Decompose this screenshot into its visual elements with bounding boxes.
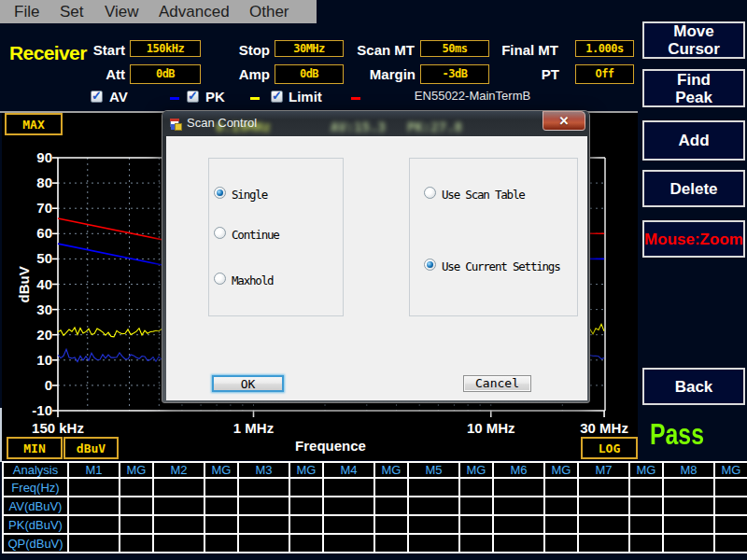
menu-view[interactable]: View	[105, 3, 139, 21]
radio-use-current-settings[interactable]	[424, 259, 436, 271]
close-button[interactable]: ✕	[543, 111, 585, 131]
y-tick-60: 60	[21, 225, 52, 241]
pk-trace-dash-icon	[250, 97, 260, 100]
limit-check-icon: ✓	[272, 89, 282, 103]
av-check-icon: ✓	[92, 89, 102, 103]
radio-maxhold-label: Maxhold	[232, 273, 273, 287]
y-tick-80: 80	[21, 175, 52, 190]
x-axis-title: Frequence	[275, 438, 387, 454]
y-tick-30: 30	[21, 301, 52, 317]
col-MG-16: MG	[714, 462, 747, 478]
ok-button[interactable]: OK	[212, 375, 284, 392]
margin-field[interactable]: -3dB	[420, 64, 489, 84]
limit-checkbox[interactable]: ✓	[271, 91, 283, 103]
pt-field[interactable]: Off	[575, 64, 634, 84]
radio-use-scan-table[interactable]	[424, 187, 436, 199]
y-tick-70: 70	[21, 200, 52, 216]
col-M7-13: M7	[578, 462, 629, 478]
menu-set[interactable]: Set	[60, 3, 84, 21]
margin-label: Margin	[331, 66, 416, 82]
pk-check-icon: ✓	[188, 89, 198, 103]
col-MG-8: MG	[374, 462, 408, 478]
y-tick-10: 10	[21, 352, 52, 368]
unit-button[interactable]: dBuV	[63, 437, 119, 459]
radio-maxhold[interactable]	[214, 273, 226, 285]
marker-blur-3: PK:27.8	[407, 119, 462, 134]
amp-field[interactable]: 0dB	[275, 64, 344, 84]
col-MG-2: MG	[120, 462, 153, 478]
min-button[interactable]: MIN	[7, 437, 63, 459]
y-tick--10: -10	[21, 402, 52, 418]
cancel-button[interactable]: Cancel	[463, 375, 531, 392]
dialog-body: Single Continue Maxhold Use Scan Table U…	[166, 136, 587, 400]
limit-trace-dash-icon	[351, 97, 360, 100]
radio-single-label: Single	[232, 188, 267, 202]
row-label-PK(dBuV): PK(dBuV)	[3, 515, 68, 534]
col-MG-14: MG	[629, 462, 663, 478]
limit-checkbox-label: Limit	[289, 89, 322, 105]
y-axis-title: dBuV	[16, 257, 32, 303]
pk-checkbox-label: PK	[205, 89, 225, 105]
final-mt-field[interactable]: 1.000s	[575, 40, 634, 57]
mouse-zoom-button[interactable]: Mouse:Zoom	[642, 220, 745, 258]
y-tick-0: 0	[21, 377, 52, 393]
x-tick-1-mhz: 1 MHz	[211, 420, 295, 436]
scan-mt-field[interactable]: 50ms	[420, 40, 489, 57]
dialog-titlebar[interactable]: 0.19MHz AV:15.3 PK:27.8 Scan Control ✕	[162, 111, 589, 136]
col-MG-6: MG	[289, 462, 323, 478]
av-checkbox-label: AV	[109, 89, 128, 105]
row-label-AV(dBuV): AV(dBuV)	[3, 497, 68, 515]
radio-continue[interactable]	[214, 227, 226, 239]
col-M8-15: M8	[663, 462, 714, 478]
menu-other[interactable]: Other	[249, 3, 289, 21]
radio-use-current-settings-label: Use Current Settings	[442, 259, 560, 273]
att-field[interactable]: 0dB	[130, 64, 201, 84]
radio-single[interactable]	[214, 187, 226, 199]
radio-use-scan-table-label: Use Scan Table	[442, 188, 525, 202]
av-checkbox[interactable]: ✓	[91, 91, 103, 103]
col-MG-4: MG	[204, 462, 238, 478]
row-label-Freq(Hz): Freq(Hz)	[3, 478, 68, 497]
move-cursor-button[interactable]: Move Cursor	[642, 21, 745, 59]
add-button[interactable]: Add	[642, 120, 745, 161]
pk-checkbox[interactable]: ✓	[187, 91, 199, 103]
col-M1-1: M1	[68, 462, 120, 478]
menu-file[interactable]: File	[14, 3, 39, 21]
x-tick-10-mhz: 10 MHz	[449, 420, 533, 436]
col-M2-3: M2	[153, 462, 204, 478]
start-field[interactable]: 150kHz	[130, 40, 201, 57]
find-peak-button[interactable]: Find Peak	[642, 69, 745, 107]
menu-bar: FileSetViewAdvancedOther	[0, 0, 317, 23]
scan-control-dialog: 0.19MHz AV:15.3 PK:27.8 Scan Control ✕ S…	[162, 110, 590, 403]
radio-continue-label: Continue	[232, 228, 279, 242]
start-label: Start	[41, 42, 125, 58]
back-button[interactable]: Back	[642, 368, 745, 405]
col-MG-10: MG	[459, 462, 493, 478]
y-tick-20: 20	[21, 327, 52, 343]
markers-table: AnalysisM1MGM2MGM3MGM4MGM5MGM6MGM7MGM8MG…	[2, 461, 747, 553]
col-Analysis-0: Analysis	[3, 462, 68, 478]
x-tick-30-mhz: 30 MHz	[562, 420, 646, 436]
scan-table-group	[409, 158, 578, 316]
col-MG-12: MG	[544, 462, 578, 478]
status-pass: Pass	[650, 418, 704, 452]
y-tick-90: 90	[21, 149, 52, 165]
row-label-QP(dBuV): QP(dBuV)	[3, 534, 68, 553]
col-M5-9: M5	[408, 462, 459, 478]
dialog-icon	[170, 118, 183, 131]
col-M6-11: M6	[493, 462, 544, 478]
delete-button[interactable]: Delete	[642, 170, 745, 207]
dialog-title: Scan Control	[187, 116, 257, 130]
col-M4-7: M4	[323, 462, 374, 478]
x-tick-150-khz: 150 kHz	[16, 420, 100, 436]
av-trace-dash-icon	[170, 97, 179, 100]
standard-label: EN55022-MainTermB	[392, 89, 553, 103]
log-button[interactable]: LOG	[581, 437, 638, 459]
att-label: Att	[41, 66, 125, 82]
stop-field[interactable]: 30MHz	[275, 40, 344, 57]
col-M3-5: M3	[238, 462, 289, 478]
marker-blur-2: AV:15.3	[331, 119, 386, 134]
menu-advanced[interactable]: Advanced	[159, 3, 230, 21]
